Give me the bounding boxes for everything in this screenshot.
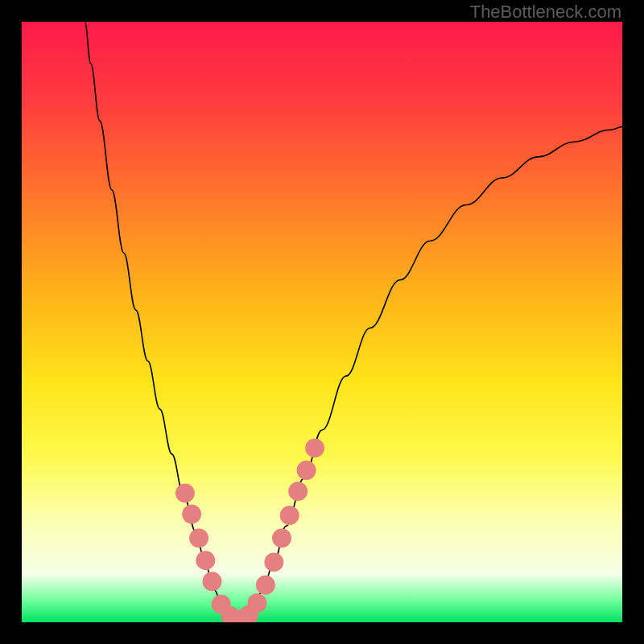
marker-point	[175, 484, 195, 503]
marker-point	[247, 593, 266, 613]
chart-frame: TheBottleneck.com	[0, 0, 644, 644]
plot-area	[22, 22, 622, 622]
marker-point	[189, 529, 208, 548]
marker-point	[182, 505, 201, 524]
marker-point	[305, 439, 324, 458]
marker-point	[256, 576, 275, 595]
marker-point	[297, 460, 316, 480]
marker-point	[264, 552, 283, 572]
marker-point	[203, 572, 222, 591]
marker-point	[280, 506, 299, 525]
marker-point	[196, 551, 215, 570]
gradient-background	[22, 22, 622, 622]
chart-svg	[22, 22, 622, 622]
marker-point	[288, 481, 308, 501]
marker-point	[272, 529, 291, 548]
watermark-text: TheBottleneck.com	[470, 2, 621, 23]
